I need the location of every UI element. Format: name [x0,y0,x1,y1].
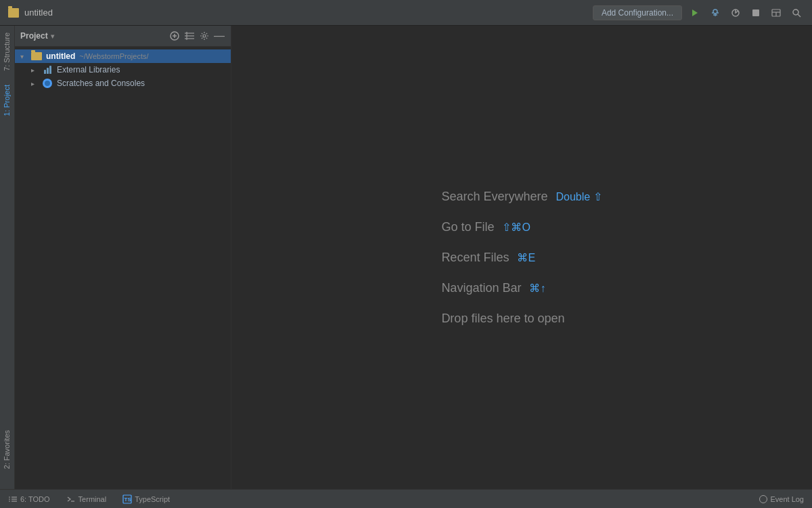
expand-arrow-untitled: ▾ [20,53,27,60]
goto-file-shortcut: ⇧⌘O [502,221,530,234]
titlebar-center: Add Configuration... [593,5,804,20]
tree-item-label-scratches: Scratches and Consoles [57,79,145,88]
add-configuration-button[interactable]: Add Configuration... [593,5,682,20]
folder-open-icon [31,51,42,62]
svg-rect-7 [752,9,759,16]
event-log-statusbar-item[interactable]: Event Log [757,494,807,505]
sidebar-toolbar: — [168,30,225,42]
typescript-label: TypeScript [135,495,170,503]
tree-item-untitled[interactable]: ▾ untitled ~/WebstormProjects/ [15,49,231,63]
project-sidebar: Project ▾ [15,26,231,489]
drop-files-label: Drop files here to open [441,312,564,326]
tree-item-label-untitled: untitled [46,51,75,61]
welcome-row-recentfiles: Recent Files ⌘E [441,251,602,265]
tree-item-external-libraries[interactable]: ▸ External Libraries [15,63,231,77]
stop-button[interactable] [748,5,763,20]
run-button[interactable] [687,5,702,20]
project-label: Project [20,31,48,41]
goto-file-label: Go to File [441,220,494,234]
welcome-row-gotofile: Go to File ⇧⌘O [441,220,602,234]
title-bar: untitled Add Configuration... [0,0,812,26]
coverage-button[interactable] [728,5,743,20]
titlebar-left: untitled [8,7,53,18]
typescript-icon: TS [122,494,132,504]
event-log-label: Event Log [770,495,804,503]
terminal-statusbar-item[interactable]: Terminal [64,494,110,505]
sidebar-header: Project ▾ [15,26,231,47]
project-folder-icon [8,8,19,18]
project-tree: ▾ untitled ~/WebstormProjects/ ▸ Exter [15,47,231,489]
window-title: untitled [24,7,53,18]
event-log-circle-icon [759,495,767,503]
recent-files-shortcut: ⌘E [517,251,535,264]
navigation-bar-shortcut: ⌘↑ [529,282,545,295]
terminal-label: Terminal [78,495,107,503]
structure-tab[interactable]: 7: Structure [0,26,14,78]
todo-icon [8,496,18,503]
svg-point-11 [793,9,798,15]
svg-marker-0 [692,9,698,16]
sidebar-layout-button[interactable] [183,30,196,42]
tree-item-path-untitled: ~/WebstormProjects/ [79,52,148,60]
welcome-row-search: Search Everywhere Double ⇧ [441,190,602,204]
project-panel-title[interactable]: Project ▾ [20,31,54,41]
search-everywhere-label: Search Everywhere [441,190,547,204]
main-layout: 7: Structure 1: Project 2: Favorites Pro… [0,26,812,489]
layout-button[interactable] [769,5,784,20]
project-chevron: ▾ [51,33,54,40]
recent-files-label: Recent Files [441,251,509,265]
svg-point-20 [203,35,206,37]
search-everywhere-shortcut: Double ⇧ [556,190,602,203]
welcome-panel: Search Everywhere Double ⇧ Go to File ⇧⌘… [441,190,602,326]
left-tab-strip: 7: Structure 1: Project 2: Favorites [0,26,15,489]
svg-text:TS: TS [125,496,132,503]
project-tab[interactable]: 1: Project [0,78,14,123]
todo-label: 6: TODO [20,495,50,503]
svg-line-12 [798,14,800,17]
tree-item-scratches[interactable]: ▸ Scratches and Consoles [15,77,231,90]
welcome-row-dropfiles: Drop files here to open [441,312,602,326]
typescript-statusbar-item[interactable]: TS TypeScript [120,493,173,505]
library-icon [42,64,53,75]
favorites-tab[interactable]: 2: Favorites [0,423,14,475]
expand-arrow-scratches: ▸ [31,80,38,87]
terminal-icon [66,495,76,503]
todo-statusbar-item[interactable]: 6: TODO [5,494,53,505]
editor-area[interactable]: Search Everywhere Double ⇧ Go to File ⇧⌘… [231,26,812,489]
sidebar-close-button[interactable]: — [213,30,225,42]
sidebar-settings-button[interactable] [198,30,210,42]
sidebar-add-button[interactable] [168,30,181,42]
tree-item-label-libs: External Libraries [57,65,120,75]
navigation-bar-label: Navigation Bar [441,281,521,295]
welcome-row-navbar: Navigation Bar ⌘↑ [441,281,602,295]
status-bar: 6: TODO Terminal TS TypeScript Event Log [0,489,812,508]
scratch-icon [42,78,53,89]
search-everywhere-button[interactable] [789,5,804,20]
debug-button[interactable] [708,5,723,20]
expand-arrow-libs: ▸ [31,66,38,74]
